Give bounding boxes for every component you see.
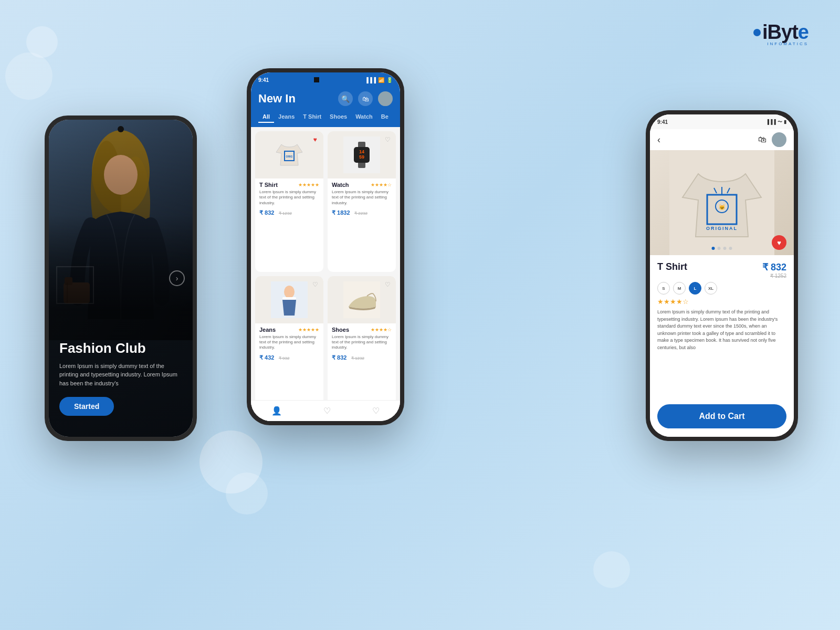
product-stars-jeans: ★★★★★ (298, 327, 319, 332)
watch-img-svg: 14 59 (343, 136, 380, 173)
product-price-old-tshirt: ₹ 1232 (279, 211, 292, 216)
detail-info: T Shirt ₹ 832 ₹ 1252 S M L XL ★★★★☆ Lore… (650, 255, 794, 358)
status-bar-detail: 9:41 ▐▐▐ 〜 ▮ (650, 114, 794, 129)
status-bar-listing: 9:41 ▐▐▐ 📶 🔋 (251, 72, 400, 87)
tshirt-img-svg: ORIG (271, 136, 308, 173)
fav-shoes[interactable]: ♡ (382, 279, 393, 290)
phone-splash: › Fashion Club Lorem Ipsum is simply dum… (45, 116, 197, 441)
deco-blob-2 (226, 472, 268, 514)
product-price-row-shoes: ₹ 832 ₹ 1232 (332, 352, 392, 362)
phone-listing: 9:41 ▐▐▐ 📶 🔋 New In 🔍 🛍 (247, 68, 404, 425)
add-to-cart-button[interactable]: Add to Cart (657, 404, 786, 428)
status-time: 9:41 (258, 77, 269, 83)
detail-rating: ★★★★☆ (657, 298, 786, 306)
svg-text:14: 14 (359, 149, 364, 154)
splash-title: Fashion Club (59, 340, 182, 356)
product-desc-jeans: Lorem Ipsum is simply dummy text of the … (259, 334, 319, 351)
tab-shoes[interactable]: Shoes (326, 111, 351, 123)
back-button[interactable]: ‹ (657, 134, 660, 145)
svg-text:ORIGINAL: ORIGINAL (706, 226, 738, 231)
product-card-jeans[interactable]: ♡ Jeans ★★★★★ Lorem Ipsum is simply dumm… (255, 276, 323, 417)
product-price-old-jeans: ₹ 932 (279, 356, 290, 361)
heart-nav-icon[interactable]: ♡ (323, 406, 331, 416)
tab-be[interactable]: Be (377, 111, 393, 123)
detail-price-old: ₹ 1252 (762, 273, 786, 279)
category-tabs: All Jeans T Shirt Shoes Watch Be (251, 111, 400, 127)
size-s[interactable]: S (657, 282, 670, 295)
header-icons: 🔍 🛍 (338, 91, 393, 106)
product-img-tshirt: ORIG ♥ (255, 131, 323, 178)
status-icons: ▐▐▐ 📶 🔋 (365, 77, 393, 83)
product-name-tshirt: T Shirt (259, 182, 278, 188)
started-button[interactable]: Started (59, 397, 114, 416)
product-card-watch[interactable]: 14 59 ♡ Watch ★★★★☆ Lorem Ipsum is simpl… (328, 131, 396, 272)
product-price-old-shoes: ₹ 1232 (351, 356, 364, 361)
logo: iByte INFOMATICS (753, 21, 808, 46)
wifi-icon: 📶 (378, 77, 384, 83)
detail-fav-button[interactable]: ♥ (772, 235, 786, 250)
svg-text:😺: 😺 (719, 204, 726, 211)
product-img-jeans: ♡ (255, 276, 323, 323)
cart-button[interactable]: 🛍 (358, 91, 373, 106)
signal-icon: ▐▐▐ (365, 77, 376, 83)
product-name-watch: Watch (332, 182, 349, 188)
svg-point-26 (774, 141, 784, 147)
dot-4 (729, 247, 732, 250)
detail-header: ‹ 🛍 (650, 129, 794, 150)
deco-blob-4 (5, 52, 52, 100)
tab-jeans[interactable]: Jeans (274, 111, 299, 123)
product-price-watch: ₹ 1832 (332, 209, 350, 216)
splash-arrow[interactable]: › (169, 270, 185, 286)
deco-blob-5 (593, 551, 630, 588)
phone-splash-inner: › Fashion Club Lorem Ipsum is simply dum… (49, 120, 193, 437)
svg-point-10 (382, 93, 388, 100)
product-desc-watch: Lorem Ipsum is simply dummy text of the … (332, 190, 392, 206)
splash-screen: › Fashion Club Lorem Ipsum is simply dum… (49, 120, 193, 437)
product-stars-watch: ★★★★☆ (371, 182, 392, 187)
detail-screen: 9:41 ▐▐▐ 〜 ▮ ‹ 🛍 (650, 114, 794, 437)
logo-text: iByte (762, 21, 808, 44)
detail-status-time: 9:41 (657, 119, 668, 125)
tab-all[interactable]: All (258, 111, 274, 123)
product-card-tshirt[interactable]: ORIG ♥ T Shirt ★★★★★ Lorem Ipsum is simp… (255, 131, 323, 272)
jeans-img-svg (271, 281, 308, 318)
detail-price-col: ₹ 832 ₹ 1252 (762, 261, 786, 279)
splash-camera (118, 126, 124, 132)
detail-wifi-icon: 〜 (778, 119, 782, 125)
product-card-shoes[interactable]: ♡ Shoes ★★★★☆ Lorem Ipsum is simply dumm… (328, 276, 396, 417)
product-desc-tshirt: Lorem Ipsum is simply dummy text of the … (259, 190, 319, 206)
detail-header-icons: 🛍 (758, 132, 786, 147)
tab-watch[interactable]: Watch (351, 111, 377, 123)
phone-detail: 9:41 ▐▐▐ 〜 ▮ ‹ 🛍 (646, 110, 798, 441)
detail-cart-icon[interactable]: 🛍 (758, 135, 766, 144)
fav-watch[interactable]: ♡ (382, 134, 393, 145)
carousel-dots (712, 247, 732, 250)
product-name-shoes: Shoes (332, 327, 349, 333)
svg-point-25 (776, 134, 782, 141)
detail-battery-icon: ▮ (784, 119, 786, 124)
detail-tshirt-svg: 😺 ORIGINAL (669, 150, 774, 255)
size-l[interactable]: L (689, 282, 701, 295)
tab-tshirt[interactable]: T Shirt (299, 111, 326, 123)
user-avatar[interactable] (378, 91, 393, 106)
product-info-jeans: Jeans ★★★★★ Lorem Ipsum is simply dummy … (255, 323, 323, 366)
size-selector: S M L XL (657, 282, 786, 295)
product-stars-tshirt: ★★★★★ (298, 182, 319, 187)
home-nav-icon[interactable]: 👤 (271, 406, 282, 416)
size-xl[interactable]: XL (705, 282, 717, 295)
detail-avatar[interactable] (772, 132, 786, 147)
product-price-jeans: ₹ 432 (259, 354, 274, 361)
product-name-jeans: Jeans (259, 327, 276, 333)
bottom-nav: 👤 ♡ ♡ (251, 400, 400, 421)
size-m[interactable]: M (673, 282, 686, 295)
fav-tshirt[interactable]: ♥ (310, 134, 320, 145)
search-button[interactable]: 🔍 (338, 91, 353, 106)
logo-sub: INFOMATICS (767, 41, 808, 46)
product-grid: ORIG ♥ T Shirt ★★★★★ Lorem Ipsum is simp… (251, 127, 400, 421)
svg-text:ORIG: ORIG (286, 155, 293, 158)
phone-detail-inner: 9:41 ▐▐▐ 〜 ▮ ‹ 🛍 (650, 114, 794, 437)
detail-description: Lorem Ipsum is simply dummy text of the … (657, 309, 786, 351)
product-stars-shoes: ★★★★☆ (371, 327, 392, 332)
fav-nav-icon[interactable]: ♡ (372, 406, 380, 416)
fav-jeans[interactable]: ♡ (310, 279, 320, 290)
